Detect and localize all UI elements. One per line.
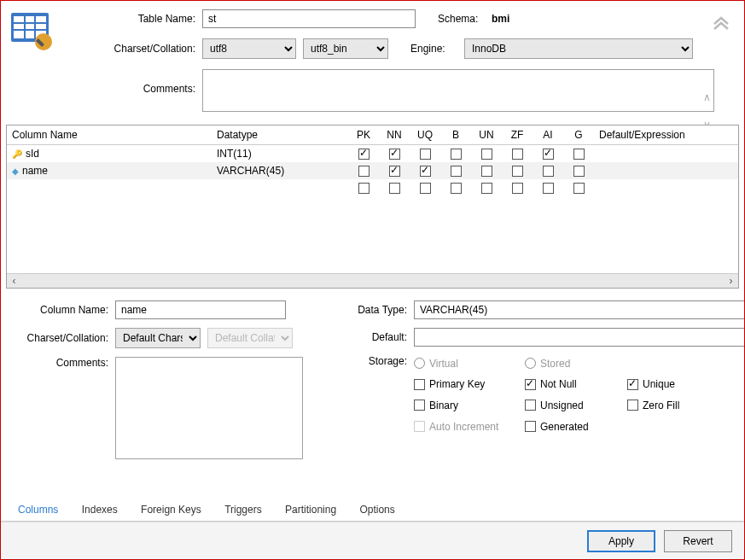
horizontal-scrollbar[interactable]: ‹ ›	[7, 273, 738, 288]
detail-collation-select[interactable]: Default Collation	[207, 328, 293, 348]
tab-foreign-keys[interactable]: Foreign Keys	[131, 499, 212, 521]
scroll-right-icon[interactable]: ›	[724, 273, 738, 288]
schema-label: Schema:	[438, 13, 485, 25]
grid-cell-name: sId	[26, 148, 39, 160]
column-name-input[interactable]	[115, 300, 286, 319]
unique-check[interactable]: Unique	[627, 377, 713, 390]
grid-cell-datatype: INT(11)	[217, 148, 252, 160]
comments-textarea[interactable]	[202, 69, 714, 112]
apply-button[interactable]: Apply	[587, 530, 655, 552]
collation-select[interactable]: utf8_bin	[303, 38, 388, 59]
grid-header-default[interactable]: Default/Expression	[594, 125, 738, 145]
grid-checkbox[interactable]	[389, 149, 400, 160]
grid-header-datatype[interactable]: Datatype	[212, 125, 348, 145]
tab-indexes[interactable]: Indexes	[72, 499, 128, 521]
virtual-radio[interactable]: Virtual	[414, 357, 525, 370]
datatype-label: Data Type:	[346, 304, 407, 316]
auto-increment-check[interactable]: Auto Increment	[414, 420, 525, 433]
table-row[interactable]: ◆nameVARCHAR(45)	[7, 162, 738, 179]
charset-collation-label: Charset/Collation:	[69, 43, 195, 55]
grid-checkbox[interactable]	[481, 166, 492, 177]
grid-cell-name: name	[22, 165, 48, 177]
datatype-input[interactable]	[414, 300, 745, 319]
binary-check[interactable]: Binary	[414, 399, 525, 411]
tab-triggers[interactable]: Triggers	[214, 499, 272, 521]
grid-checkbox[interactable]	[451, 183, 462, 194]
grid-header-nn[interactable]: NN	[379, 125, 410, 145]
grid-checkbox[interactable]	[420, 166, 431, 177]
table-editor-icon	[9, 9, 54, 54]
key-icon: 🔑	[12, 149, 22, 159]
grid-checkbox[interactable]	[543, 166, 554, 177]
grid-checkbox[interactable]	[512, 149, 523, 160]
grid-checkbox[interactable]	[358, 166, 370, 177]
default-label: Default:	[346, 331, 407, 343]
grid-checkbox[interactable]	[451, 149, 462, 160]
collapse-icon[interactable]	[712, 13, 730, 37]
table-name-label: Table Name:	[69, 13, 195, 25]
tab-columns[interactable]: Columns	[8, 499, 68, 521]
comments-label: Comments:	[69, 69, 195, 95]
grid-header-column-name[interactable]: Column Name	[7, 125, 212, 145]
detail-charset-select[interactable]: Default Charset	[115, 328, 201, 348]
table-row[interactable]: 🔑sIdINT(11)	[7, 145, 738, 162]
grid-header-un[interactable]: UN	[471, 125, 502, 145]
grid-checkbox[interactable]	[389, 166, 400, 177]
grid-checkbox[interactable]	[420, 183, 431, 194]
grid-header-zf[interactable]: ZF	[502, 125, 533, 145]
grid-checkbox[interactable]	[573, 149, 585, 160]
grid-checkbox[interactable]	[543, 183, 554, 194]
primary-key-check[interactable]: Primary Key	[414, 377, 525, 390]
grid-checkbox[interactable]	[481, 183, 492, 194]
grid-cell-datatype: VARCHAR(45)	[217, 165, 284, 177]
default-input[interactable]	[414, 328, 745, 347]
engine-label: Engine:	[410, 43, 457, 55]
revert-button[interactable]: Revert	[664, 530, 732, 552]
grid-checkbox[interactable]	[543, 149, 554, 160]
detail-comments-textarea[interactable]	[115, 357, 303, 459]
grid-checkbox[interactable]	[573, 183, 585, 194]
generated-check[interactable]: Generated	[525, 420, 627, 433]
columns-grid[interactable]: Column Name Datatype PK NN UQ B UN ZF AI…	[6, 125, 739, 289]
column-name-label: Column Name:	[13, 304, 108, 316]
stored-radio[interactable]: Stored	[525, 357, 627, 370]
grid-checkbox[interactable]	[573, 166, 585, 177]
scroll-up-icon[interactable]: ∧	[703, 91, 711, 103]
engine-select[interactable]: InnoDB	[464, 38, 693, 59]
column-icon: ◆	[12, 166, 19, 176]
scroll-left-icon[interactable]: ‹	[7, 273, 21, 288]
charset-select[interactable]: utf8	[202, 38, 296, 59]
zero-fill-check[interactable]: Zero Fill	[627, 399, 713, 411]
grid-checkbox[interactable]	[358, 149, 370, 160]
grid-checkbox[interactable]	[358, 183, 370, 194]
grid-checkbox[interactable]	[512, 183, 523, 194]
schema-value: bmi	[492, 13, 509, 25]
tab-bar: Columns Indexes Foreign Keys Triggers Pa…	[1, 499, 744, 522]
grid-checkbox[interactable]	[512, 166, 523, 177]
not-null-check[interactable]: Not Null	[525, 377, 627, 390]
grid-checkbox[interactable]	[451, 166, 462, 177]
grid-header-g[interactable]: G	[563, 125, 594, 145]
grid-header-ai[interactable]: AI	[533, 125, 563, 145]
tab-options[interactable]: Options	[349, 499, 405, 521]
grid-checkbox[interactable]	[389, 183, 400, 194]
table-name-input[interactable]	[202, 9, 416, 28]
grid-header-b[interactable]: B	[440, 125, 471, 145]
storage-label: Storage:	[346, 355, 407, 367]
tab-partitioning[interactable]: Partitioning	[275, 499, 346, 521]
detail-comments-label: Comments:	[13, 357, 108, 369]
unsigned-check[interactable]: Unsigned	[525, 399, 627, 411]
grid-header-pk[interactable]: PK	[348, 125, 379, 145]
grid-header-uq[interactable]: UQ	[410, 125, 440, 145]
grid-checkbox[interactable]	[420, 149, 431, 160]
table-row[interactable]	[7, 179, 738, 196]
grid-checkbox[interactable]	[481, 149, 492, 160]
detail-charset-label: Charset/Collation:	[13, 332, 108, 344]
